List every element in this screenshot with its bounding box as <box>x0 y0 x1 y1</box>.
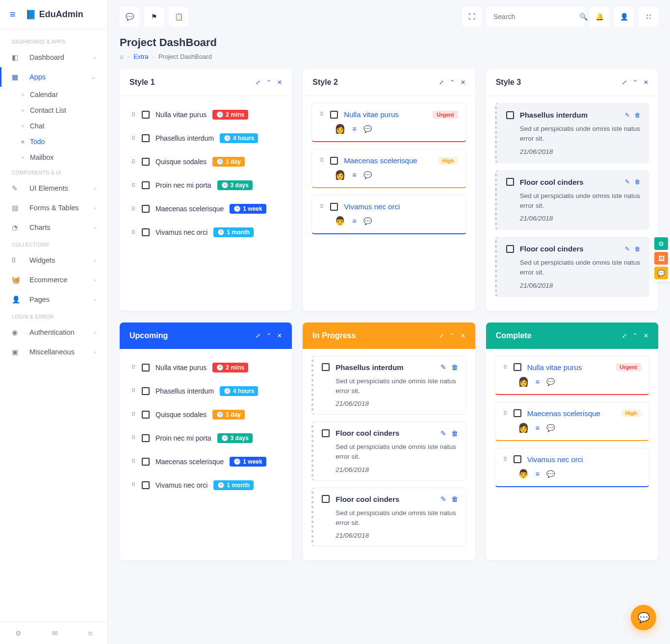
task-checkbox[interactable] <box>330 157 338 165</box>
drag-handle-icon[interactable]: ⠿ <box>503 364 508 371</box>
drag-handle-icon[interactable]: ⠿ <box>320 111 324 118</box>
task-checkbox[interactable] <box>506 111 514 119</box>
drag-handle-icon[interactable]: ⠿ <box>503 456 508 463</box>
user-button[interactable]: 👤 <box>614 7 634 26</box>
drag-handle-icon[interactable]: ⠿ <box>131 112 136 118</box>
edit-icon[interactable]: ✎ <box>625 246 630 252</box>
clipboard-button[interactable]: 📋 <box>169 7 188 26</box>
list-icon[interactable]: ≡ <box>536 424 540 432</box>
drag-handle-icon[interactable]: ⠿ <box>131 458 136 465</box>
drag-handle-icon[interactable]: ⠿ <box>320 157 324 164</box>
drag-handle-icon[interactable]: ⠿ <box>131 159 136 165</box>
expand-icon[interactable]: ⤢ <box>256 332 260 339</box>
task-checkbox[interactable] <box>142 111 150 119</box>
edit-icon[interactable]: ✎ <box>440 495 446 503</box>
task-checkbox[interactable] <box>142 434 150 442</box>
drag-handle-icon[interactable]: ⠿ <box>131 411 136 418</box>
expand-icon[interactable]: ⤢ <box>622 79 627 86</box>
logout-icon[interactable]: ⎋ <box>88 629 92 637</box>
drag-handle-icon[interactable]: ⠿ <box>131 388 136 394</box>
delete-icon[interactable]: 🗑 <box>635 246 641 252</box>
drag-handle-icon[interactable]: ⠿ <box>131 364 136 371</box>
sidebar-sub-contact[interactable]: Contact List <box>22 102 107 118</box>
task-checkbox[interactable] <box>142 205 150 213</box>
task-checkbox[interactable] <box>514 455 521 463</box>
list-icon[interactable]: ≡ <box>352 217 356 225</box>
drag-handle-icon[interactable]: ⠿ <box>131 206 136 212</box>
drag-handle-icon[interactable]: ⠿ <box>320 203 324 210</box>
settings-icon[interactable]: ⚙ <box>15 629 22 637</box>
close-icon[interactable]: ✕ <box>644 332 648 339</box>
fab-chat-button[interactable]: 💬 <box>631 605 656 630</box>
search-icon[interactable]: 🔍 <box>579 13 588 21</box>
edit-icon[interactable]: ✎ <box>440 363 446 371</box>
edit-icon[interactable]: ✎ <box>625 178 630 185</box>
list-icon[interactable]: ≡ <box>536 470 540 478</box>
comment-icon[interactable]: 💬 <box>546 470 555 478</box>
delete-icon[interactable]: 🗑 <box>635 178 641 185</box>
drag-handle-icon[interactable]: ⠿ <box>131 482 136 488</box>
task-checkbox[interactable] <box>514 409 521 417</box>
task-checkbox[interactable] <box>322 429 330 437</box>
breadcrumb-extra[interactable]: Extra <box>133 53 148 60</box>
delete-icon[interactable]: 🗑 <box>451 429 458 437</box>
sidebar-item-forms[interactable]: ▤ Forms & Tables › <box>0 198 107 218</box>
task-checkbox[interactable] <box>322 495 330 503</box>
task-checkbox[interactable] <box>142 228 150 236</box>
sidebar-sub-chat[interactable]: Chat <box>22 118 107 134</box>
list-icon[interactable]: ≡ <box>536 378 540 386</box>
task-checkbox[interactable] <box>142 134 150 142</box>
sidebar-item-auth[interactable]: ◉ Authentication › <box>0 322 107 342</box>
sidebar-item-misc[interactable]: ▣ Miscellaneous › <box>0 342 107 362</box>
close-icon[interactable]: ✕ <box>277 332 282 339</box>
collapse-icon[interactable]: ⌃ <box>633 332 638 339</box>
collapse-icon[interactable]: ⌃ <box>266 332 271 339</box>
close-icon[interactable]: ✕ <box>461 332 465 339</box>
messages-button[interactable]: 💬 <box>120 7 139 26</box>
expand-icon[interactable]: ⤢ <box>439 332 444 339</box>
expand-icon[interactable]: ⤢ <box>622 332 627 339</box>
sidebar-item-dashboard[interactable]: ◧ Dashboard › <box>0 48 107 67</box>
tool-image-icon[interactable]: 🖼 <box>654 252 668 265</box>
collapse-icon[interactable]: ⌃ <box>450 332 455 339</box>
tool-gear-icon[interactable]: ⚙ <box>654 237 668 250</box>
task-checkbox[interactable] <box>142 481 150 489</box>
sidebar-item-ecommerce[interactable]: 🧺 Ecommerce › <box>0 270 107 290</box>
sidebar-item-apps[interactable]: ▦ Apps ⌄ <box>0 67 107 87</box>
home-icon[interactable]: ⌂ <box>120 53 124 60</box>
apps-grid-button[interactable]: ∷ <box>639 7 658 26</box>
logo[interactable]: 📘 EduAdmin <box>26 9 83 20</box>
comment-icon[interactable]: 💬 <box>546 378 555 386</box>
collapse-icon[interactable]: ⌃ <box>633 79 638 86</box>
comment-icon[interactable]: 💬 <box>546 424 555 432</box>
sidebar-item-widgets[interactable]: ⅼⅼ Widgets › <box>0 250 107 270</box>
task-checkbox[interactable] <box>330 111 338 119</box>
expand-icon[interactable]: ⤢ <box>256 79 260 86</box>
drag-handle-icon[interactable]: ⠿ <box>131 135 136 142</box>
sidebar-sub-mailbox[interactable]: Mailbox <box>22 149 107 165</box>
task-checkbox[interactable] <box>142 158 150 166</box>
collapse-icon[interactable]: ⌃ <box>266 79 271 86</box>
drag-handle-icon[interactable]: ⠿ <box>503 410 508 417</box>
close-icon[interactable]: ✕ <box>277 79 282 86</box>
close-icon[interactable]: ✕ <box>461 79 465 86</box>
task-checkbox[interactable] <box>514 363 521 371</box>
fullscreen-button[interactable]: ⛶ <box>462 7 482 26</box>
list-icon[interactable]: ≡ <box>352 125 356 133</box>
task-checkbox[interactable] <box>506 178 514 186</box>
comment-icon[interactable]: 💬 <box>363 171 372 179</box>
task-checkbox[interactable] <box>142 181 150 189</box>
notifications-button[interactable]: 🔔 <box>590 7 609 26</box>
sidebar-sub-todo[interactable]: Todo <box>22 134 107 149</box>
task-checkbox[interactable] <box>142 364 150 372</box>
sidebar-sub-calendar[interactable]: Calendar <box>22 87 107 102</box>
edit-icon[interactable]: ✎ <box>625 112 630 119</box>
menu-toggle-icon[interactable]: ≡ <box>10 9 16 20</box>
drag-handle-icon[interactable]: ⠿ <box>131 229 136 236</box>
drag-handle-icon[interactable]: ⠿ <box>131 182 136 189</box>
task-checkbox[interactable] <box>142 387 150 395</box>
search-input[interactable] <box>493 13 579 21</box>
task-checkbox[interactable] <box>142 411 150 419</box>
sidebar-item-pages[interactable]: 👤 Pages › <box>0 290 107 309</box>
drag-handle-icon[interactable]: ⠿ <box>131 435 136 441</box>
